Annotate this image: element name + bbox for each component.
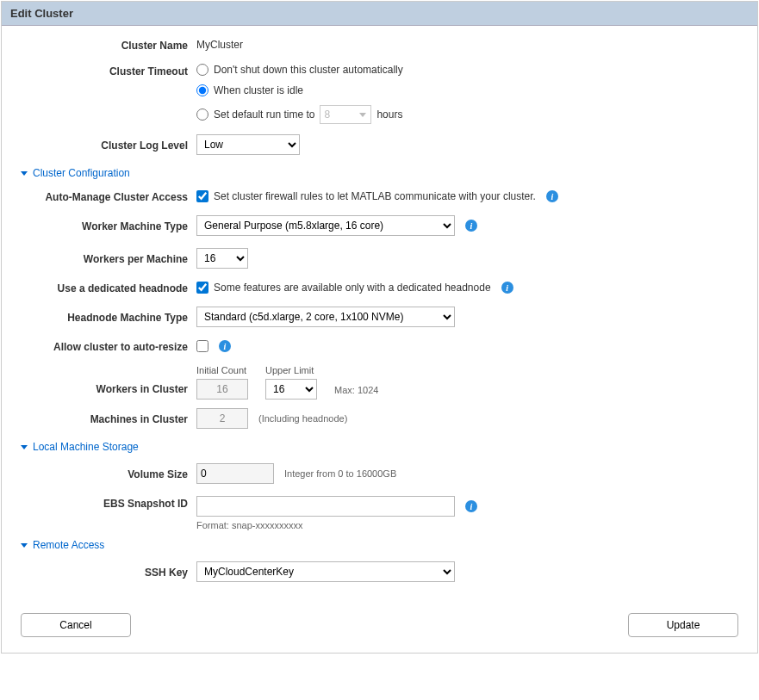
dedicated-headnode-checkbox[interactable]	[196, 282, 208, 294]
workers-per-machine-select[interactable]: 16	[196, 248, 248, 269]
edit-cluster-dialog: Edit Cluster Cluster Name MyCluster Clus…	[1, 1, 758, 654]
cluster-log-level-select[interactable]: Low	[196, 134, 300, 155]
ebs-snapshot-label: EBS Snapshot ID	[16, 496, 196, 510]
machines-in-cluster-input	[196, 408, 248, 429]
ebs-snapshot-input[interactable]	[196, 496, 455, 517]
initial-count-label: Initial Count	[196, 365, 248, 375]
machines-in-cluster-label: Machines in Cluster	[16, 412, 196, 425]
ssh-key-select[interactable]: MyCloudCenterKey	[196, 561, 455, 582]
chevron-down-icon	[21, 171, 28, 176]
auto-manage-checkbox[interactable]	[196, 190, 208, 202]
volume-size-label: Volume Size	[16, 467, 196, 480]
auto-manage-label: Auto-Manage Cluster Access	[16, 189, 196, 203]
volume-size-input[interactable]	[196, 463, 274, 484]
workers-max-hint: Max: 1024	[334, 385, 378, 395]
cluster-log-level-label: Cluster Log Level	[16, 138, 196, 152]
section-local-storage[interactable]: Local Machine Storage	[21, 441, 743, 453]
info-icon[interactable]: i	[546, 190, 558, 202]
update-button[interactable]: Update	[628, 613, 738, 637]
worker-machine-type-label: Worker Machine Type	[16, 219, 196, 232]
auto-resize-checkbox[interactable]	[196, 340, 208, 352]
chevron-down-icon	[21, 543, 28, 548]
upper-limit-label: Upper Limit	[265, 365, 317, 375]
chevron-down-icon	[21, 445, 28, 449]
timeout-no-shutdown-radio[interactable]	[196, 64, 208, 76]
dialog-body: Cluster Name MyCluster Cluster Timeout D…	[2, 26, 757, 653]
dedicated-headnode-label: Use a dedicated headnode	[16, 281, 196, 294]
section-remote-access[interactable]: Remote Access	[21, 539, 743, 551]
worker-machine-type-select[interactable]: General Purpose (m5.8xlarge, 16 core)	[196, 215, 455, 236]
workers-per-machine-label: Workers per Machine	[16, 251, 196, 265]
cluster-name-label: Cluster Name	[16, 38, 196, 52]
headnode-machine-type-select[interactable]: Standard (c5d.xlarge, 2 core, 1x100 NVMe…	[196, 307, 455, 327]
section-cluster-configuration[interactable]: Cluster Configuration	[21, 167, 743, 179]
ssh-key-label: SSH Key	[16, 565, 196, 579]
machines-in-cluster-hint: (Including headnode)	[258, 413, 347, 424]
timeout-runtime-label-a: Set default run time to	[214, 108, 314, 121]
timeout-runtime-radio[interactable]	[196, 108, 208, 121]
initial-count-input	[196, 379, 248, 400]
info-icon[interactable]: i	[501, 282, 513, 294]
ebs-snapshot-hint: Format: snap-xxxxxxxxxx	[196, 520, 743, 530]
info-icon[interactable]: i	[219, 340, 231, 352]
workers-in-cluster-label: Workers in Cluster	[16, 381, 196, 400]
dedicated-headnode-text: Some features are available only with a …	[214, 282, 491, 294]
timeout-runtime-label-b: hours	[376, 108, 402, 121]
headnode-machine-type-label: Headnode Machine Type	[16, 310, 196, 324]
timeout-no-shutdown-label: Don't shut down this cluster automatical…	[214, 64, 403, 76]
dialog-title: Edit Cluster	[2, 2, 757, 26]
info-icon[interactable]: i	[465, 220, 477, 232]
cluster-timeout-label: Cluster Timeout	[16, 64, 196, 77]
info-icon[interactable]: i	[465, 500, 477, 512]
timeout-hours-input[interactable]: 8	[320, 105, 371, 124]
cluster-name-value: MyCluster	[196, 39, 743, 51]
volume-size-hint: Integer from 0 to 16000GB	[284, 468, 396, 479]
auto-resize-label: Allow cluster to auto-resize	[16, 339, 196, 353]
upper-limit-select[interactable]: 16	[265, 379, 317, 400]
auto-manage-text: Set cluster firewall rules to let MATLAB…	[214, 190, 536, 202]
cancel-button[interactable]: Cancel	[21, 613, 131, 637]
timeout-idle-label: When cluster is idle	[214, 84, 303, 96]
timeout-idle-radio[interactable]	[196, 84, 208, 96]
